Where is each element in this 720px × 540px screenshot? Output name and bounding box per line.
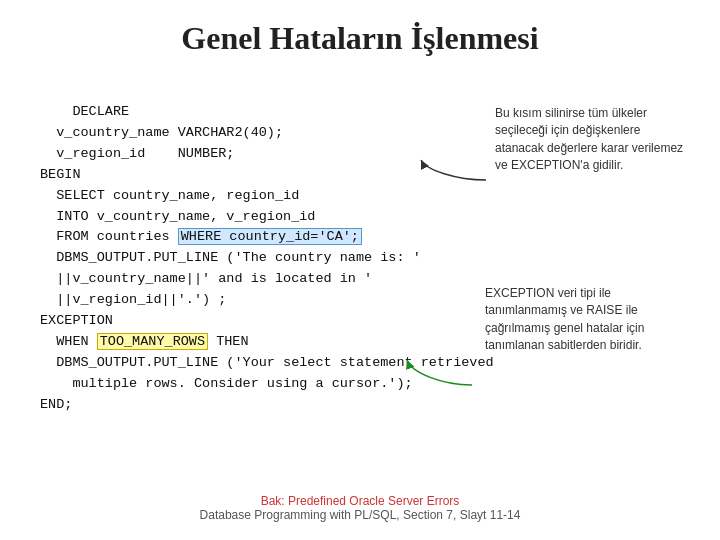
code-line-15: END;: [40, 397, 72, 412]
code-highlight-toomanyrows: TOO_MANY_ROWS: [97, 333, 208, 350]
arrow-1: [416, 155, 496, 185]
arrow-2: [402, 355, 482, 390]
callout-2-text: EXCEPTION veri tipi ile tanımlanmamış ve…: [485, 286, 644, 352]
footer-line2: Database Programming with PL/SQL, Sectio…: [0, 508, 720, 522]
code-line-14: multiple rows. Consider using a cursor.'…: [40, 376, 413, 391]
page-title: Genel Hataların İşlenmesi: [40, 20, 680, 57]
code-line-10: ||v_region_id||'.') ;: [40, 292, 226, 307]
callout-2: EXCEPTION veri tipi ile tanımlanmamış ve…: [485, 285, 690, 355]
footer: Bak: Predefined Oracle Server Errors Dat…: [0, 494, 720, 522]
code-line-8: DBMS_OUTPUT.PUT_LINE ('The country name …: [40, 250, 421, 265]
code-line-6: INTO v_country_name, v_region_id: [40, 209, 315, 224]
code-line-4: BEGIN: [40, 167, 81, 182]
code-line-5: SELECT country_name, region_id: [40, 188, 299, 203]
code-highlight-where: WHERE country_id='CA';: [178, 228, 362, 245]
code-line-2: v_country_name VARCHAR2(40);: [40, 125, 283, 140]
code-line-7a: FROM countries: [40, 229, 178, 244]
code-line-12a: WHEN: [40, 334, 97, 349]
callout-1: Bu kısım silinirse tüm ülkeler seçileceğ…: [495, 105, 690, 175]
callout-1-text: Bu kısım silinirse tüm ülkeler seçileceğ…: [495, 106, 683, 172]
code-line-3: v_region_id NUMBER;: [40, 146, 234, 161]
code-line-12c: THEN: [208, 334, 249, 349]
page: Genel Hataların İşlenmesi DECLARE v_coun…: [0, 0, 720, 540]
code-line-1: DECLARE: [72, 104, 129, 119]
footer-line1: Bak: Predefined Oracle Server Errors: [0, 494, 720, 508]
code-line-9: ||v_country_name||' and is located in ': [40, 271, 372, 286]
code-line-11: EXCEPTION: [40, 313, 113, 328]
